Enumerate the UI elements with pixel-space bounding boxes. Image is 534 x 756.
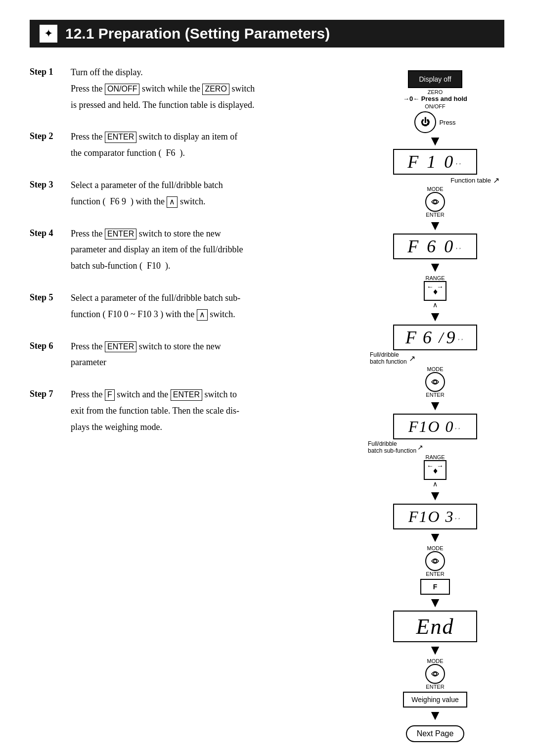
enter-label-1: ENTER: [426, 212, 444, 218]
step-2-label: Step 2: [30, 130, 62, 162]
range-button-1[interactable]: ⬧ ← →: [424, 281, 446, 301]
diagram-column: Display off ZERO →0← Press and hold ON/O…: [366, 65, 504, 742]
arrow-6: ▼: [428, 489, 442, 503]
lcd-screen-3: F 6 / 9 ,,: [393, 325, 477, 350]
arrow-4: ▼: [428, 310, 442, 324]
full-dribble-batch-label: Full/dribblebatch function: [370, 351, 407, 365]
display-off-box: Display off: [408, 70, 462, 88]
step-5: Step 5 Select a parameter of the full/dr…: [30, 291, 356, 324]
lcd-screen-1: F 1 0 ,,: [393, 149, 477, 175]
arrow-1: ▼: [428, 134, 442, 148]
step-6-text: Press the ENTER switch to store the new …: [71, 339, 221, 372]
step-2-text: Press the ENTER switch to display an ite…: [71, 130, 237, 162]
step-7-label: Step 7: [30, 387, 62, 436]
range-button-2[interactable]: ⬧ ← →: [424, 460, 446, 480]
range-label-2: RANGE: [425, 454, 445, 460]
mode-label-2: MODE: [427, 366, 444, 372]
enter-key-4: ENTER: [105, 229, 136, 240]
enter-label-4: ENTER: [426, 684, 444, 690]
main-content: Step 1 Turn off the display. Press the O…: [30, 65, 504, 742]
svg-point-1: [434, 380, 437, 383]
svg-point-2: [434, 560, 437, 563]
steps-column: Step 1 Turn off the display. Press the O…: [30, 65, 356, 742]
enter-key-7: ENTER: [171, 389, 202, 401]
on-off-key: ON/OFF: [105, 84, 139, 95]
up-key-3: ∧: [167, 196, 178, 208]
weighing-value-label: Weighing value: [411, 696, 458, 704]
step-4-label: Step 4: [30, 227, 62, 275]
step-3: Step 3 Select a parameter of the full/dr…: [30, 178, 356, 211]
step-1: Step 1 Turn off the display. Press the O…: [30, 65, 356, 114]
step-6: Step 6 Press the ENTER switch to store t…: [30, 339, 356, 372]
f-key-7: F: [105, 389, 115, 401]
range-label-1: RANGE: [425, 275, 445, 281]
enter-key-2: ENTER: [105, 132, 136, 143]
press-label: Press: [439, 119, 455, 126]
step-4-text: Press the ENTER switch to store the new …: [71, 227, 243, 275]
enter-key-6: ENTER: [105, 341, 136, 353]
lcd-screen-5: F1O 3 ,,: [393, 504, 477, 529]
full-dribble-sub-label: Full/dribblebatch sub-function: [368, 440, 416, 454]
display-off-label: Display off: [419, 75, 451, 83]
zero-key: ZERO: [202, 84, 229, 95]
arrow-2: ▼: [428, 219, 442, 233]
step-1-text: Turn off the display. Press the ON/OFF s…: [71, 65, 255, 114]
step-3-label: Step 3: [30, 178, 62, 211]
mode-label-4: MODE: [427, 658, 444, 664]
f-button-label: F: [433, 583, 438, 591]
up-key-5: ∧: [197, 309, 208, 321]
enter-label-3: ENTER: [426, 571, 444, 577]
page-header: ✦ 12.1 Preparation (Setting Parameters): [30, 20, 504, 47]
f-button[interactable]: F: [420, 579, 450, 595]
mode-button-3[interactable]: [425, 551, 445, 571]
step-7: Step 7 Press the F switch and the ENTER …: [30, 387, 356, 436]
svg-point-0: [434, 200, 437, 203]
step-1-label: Step 1: [30, 65, 62, 114]
arrow-9: ▼: [428, 643, 442, 657]
lcd-screen-4: F1O 0 ,,: [393, 414, 477, 439]
end-text: End: [416, 614, 454, 639]
power-button[interactable]: ⏻: [414, 111, 436, 133]
step-6-label: Step 6: [30, 339, 62, 372]
step-5-text: Select a parameter of the full/dribble b…: [71, 291, 240, 324]
step-4: Step 4 Press the ENTER switch to store t…: [30, 227, 356, 275]
end-display: End: [393, 611, 477, 642]
zero-label: ZERO: [428, 89, 443, 95]
step-2: Step 2 Press the ENTER switch to display…: [30, 130, 356, 162]
header-icon: ✦: [40, 25, 57, 43]
step-7-text: Press the F switch and the ENTER switch …: [71, 387, 239, 436]
on-off-label: ON/OFF: [425, 103, 445, 109]
step-5-label: Step 5: [30, 291, 62, 324]
svg-point-3: [434, 672, 437, 675]
mode-button-4[interactable]: [425, 664, 445, 684]
lcd-screen-2: F 6 0 ,,: [393, 234, 477, 259]
mode-button-2[interactable]: [425, 372, 445, 392]
press-hold-text: →0← Press and hold: [403, 95, 467, 102]
mode-button-1[interactable]: [425, 192, 445, 212]
next-page-button[interactable]: Next Page: [406, 725, 465, 742]
mode-label-3: MODE: [427, 545, 444, 551]
arrow-7: ▼: [428, 530, 442, 544]
weighing-value-box: Weighing value: [403, 692, 467, 708]
next-page-label: Next Page: [417, 729, 454, 738]
function-table-label: Function table: [450, 177, 491, 184]
arrow-8: ▼: [428, 596, 442, 610]
enter-label-2: ENTER: [426, 392, 444, 398]
arrow-5: ▼: [428, 399, 442, 413]
mode-label-1: MODE: [427, 186, 444, 192]
arrow-10: ▼: [428, 709, 442, 722]
step-3-text: Select a parameter of the full/dribble b…: [71, 178, 223, 211]
arrow-3: ▼: [428, 260, 442, 274]
page-title: 12.1 Preparation (Setting Parameters): [65, 25, 330, 42]
